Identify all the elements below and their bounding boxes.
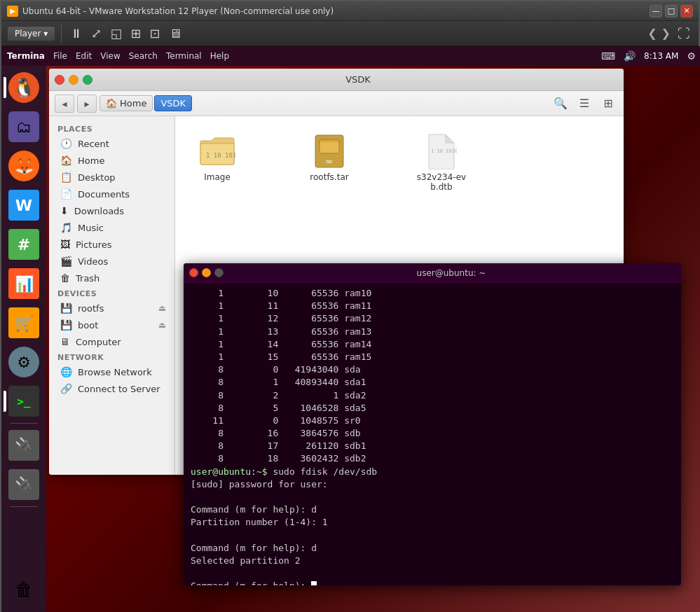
rootfs-icon: 💾 [60,302,72,314]
sidebar-item-recent[interactable]: 🕐 Recent [49,135,174,152]
toolbar-btn-1[interactable]: ⤢ [88,25,104,42]
fm-minimize-button[interactable] [69,75,78,85]
keyboard-icon[interactable]: ⌨ [601,50,615,62]
fm-maximize-button[interactable] [83,75,92,85]
toolbar-left-chevron[interactable]: ❮ [647,27,657,40]
launcher-icon-files[interactable]: 🗂 [6,109,42,145]
system-menu-icon[interactable]: ⚙ [687,50,696,62]
toolbar-fullscreen-button[interactable]: ⛶ [675,25,693,42]
launcher-icon-amazon[interactable]: 🛒 [6,305,42,341]
launcher-icon-usb1[interactable]: 🔌 [6,427,42,464]
sidebar-item-rootfs[interactable]: 💾 rootfs ⏏ [49,300,174,317]
topbar-right: ⌨ 🔊 8:13 AM ⚙ [601,50,696,62]
menu-search[interactable]: Search [129,51,158,61]
term-line-5: 1 14 65536 ram14 [191,338,674,351]
vmware-minimize-button[interactable]: — [650,5,662,18]
term-line-3: 1 12 65536 ram12 [191,312,674,325]
fm-grid-view-button[interactable]: ⊞ [598,95,618,113]
volume-icon[interactable]: 🔊 [624,50,636,62]
term-line-6: 1 15 65536 ram15 [191,351,674,363]
toolbar-btn-2[interactable]: ◱ [107,25,125,42]
toolbar-right: ❮ ❯ ⛶ [647,25,693,42]
sidebar-item-boot[interactable]: 💾 boot ⏏ [49,317,174,333]
launcher-icon-calc[interactable]: # [6,226,42,263]
menu-help[interactable]: Help [210,51,229,61]
sidebar-item-computer[interactable]: 🖥 Computer [49,333,174,350]
terminal-close-button[interactable] [189,268,198,277]
vmware-close-button[interactable]: ✕ [680,5,693,18]
fm-back-button[interactable]: ◂ [55,95,74,113]
player-button[interactable]: Player ▾ [7,26,55,41]
term-line-1: 1 10 65536 ram10 [191,287,674,300]
vmware-maximize-button[interactable]: □ [665,5,678,18]
unity-launcher: 🐧 🗂 🦊 W [1,66,46,612]
sidebar-item-connect-server[interactable]: 🔗 Connect to Server [49,380,174,397]
launcher-icon-terminal[interactable]: >_ [6,383,42,419]
sidebar-item-home-label: Home [78,155,104,166]
launcher-icon-firefox[interactable]: 🦊 [6,148,42,184]
launcher-icon-writer[interactable]: W [6,187,42,223]
sidebar-item-music[interactable]: 🎵 Music [49,219,174,236]
image-folder-name: Image [204,172,231,182]
terminal-minimize-button[interactable] [202,268,211,277]
home-icon: 🏠 [106,98,117,109]
sidebar-item-documents[interactable]: 📄 Documents [49,186,174,202]
toolbar-btn-3[interactable]: ⊞ [128,25,144,42]
svg-rect-3 [320,139,339,142]
launcher-icon-settings[interactable]: ⚙ [6,344,42,380]
launcher-icon-trash[interactable]: 🗑 [6,571,42,608]
term-line-10: 8 5 1046528 sda5 [191,402,674,415]
sidebar-item-desktop-label: Desktop [78,172,116,183]
fm-window-controls [55,75,92,85]
launcher-icon-ubuntu[interactable]: 🐧 [6,69,42,106]
launcher-icon-usb2[interactable]: 🔌 [6,466,42,503]
toolbar-btn-4[interactable]: ⊡ [146,25,163,42]
file-item-dtb[interactable]: 1 10 1010 s32v234-evb.dtb [413,130,469,195]
sidebar-item-home[interactable]: 🏠 Home [49,152,174,169]
term-line-sudo: [sudo] password for user: [191,478,674,491]
documents-icon: 📄 [60,188,72,200]
vmware-icon: ▶ [7,6,18,17]
menu-file[interactable]: File [53,51,67,61]
pause-button[interactable]: ⏸ [67,25,85,42]
sidebar-item-downloads[interactable]: ⬇ Downloads [49,202,174,219]
toolbar-right-chevron[interactable]: ❯ [661,27,671,40]
term-line-14: 8 18 3602432 sdb2 [191,452,674,465]
sidebar-item-desktop[interactable]: 📋 Desktop [49,169,174,186]
file-item-image[interactable]: 1 10 1010 Image [189,130,245,195]
fm-close-button[interactable] [55,75,64,85]
fm-forward-button[interactable]: ▸ [77,95,97,113]
topbar-left: Termina File Edit View Search Terminal H… [7,51,601,61]
fm-view-menu-button[interactable]: ☰ [575,95,594,113]
rootfs-eject-icon[interactable]: ⏏ [158,303,166,313]
vmware-window-controls: — □ ✕ [650,5,693,18]
fm-breadcrumb-vsdk[interactable]: VSDK [154,95,192,111]
recent-icon: 🕐 [60,138,72,149]
sidebar-item-videos[interactable]: 🎬 Videos [49,253,174,270]
sidebar-item-pictures[interactable]: 🖼 Pictures [49,236,174,253]
sidebar-item-browse-network[interactable]: 🌐 Browse Network [49,363,174,380]
home-sidebar-icon: 🏠 [60,155,72,166]
sidebar-item-browse-network-label: Browse Network [78,367,152,377]
fm-sidebar: Places 🕐 Recent 🏠 Home 📋 Desktop 📄 [49,116,175,475]
menu-terminal[interactable]: Terminal [166,51,202,61]
term-line-9: 8 2 1 sda2 [191,389,674,402]
topbar-app-name[interactable]: Termina [7,51,45,61]
computer-icon: 🖥 [60,336,70,347]
file-item-rootfs-tar[interactable]: tar rootfs.tar [301,130,357,195]
svg-text:1
10
1010: 1 10 1010 [206,152,235,159]
vmware-titlebar: ▶ Ubuntu 64-bit - VMware Workstation 12 … [1,1,699,21]
menu-edit[interactable]: Edit [76,51,92,61]
boot-eject-icon[interactable]: ⏏ [158,320,166,330]
browse-network-icon: 🌐 [60,366,72,377]
fm-search-button[interactable]: 🔍 [551,95,570,113]
terminal-maximize-button[interactable] [214,268,224,277]
term-line-current: Command (m for help): [191,580,674,585]
toolbar-btn-5[interactable]: 🖥 [166,25,184,42]
terminal-body[interactable]: 1 10 65536 ram10 1 11 65536 ram11 1 12 6… [184,283,681,585]
fm-breadcrumb-home[interactable]: 🏠 Home [99,95,153,111]
image-folder-icon: 1 10 1010 [199,133,235,169]
sidebar-item-trash[interactable]: 🗑 Trash [49,270,174,286]
launcher-icon-impress[interactable]: 📊 [6,265,42,302]
menu-view[interactable]: View [100,51,120,61]
